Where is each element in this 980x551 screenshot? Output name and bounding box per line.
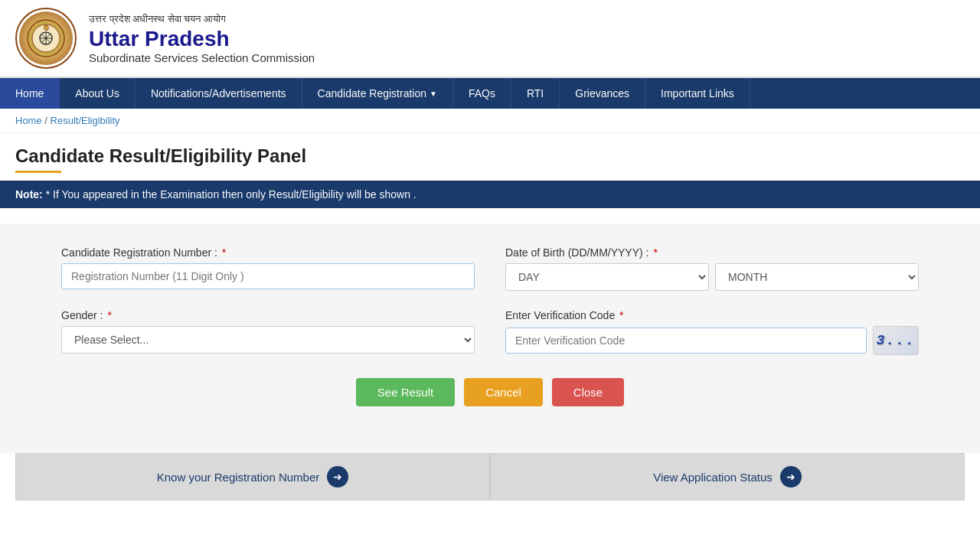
cancel-button[interactable]: Cancel	[464, 378, 543, 406]
dob-group: Date of Birth (DD/MM/YYYY) : * DAY 01020…	[505, 246, 919, 291]
view-status-label: View Application Status	[653, 471, 773, 484]
nav-home[interactable]: Home	[0, 78, 60, 109]
header-hindi: उत्तर प्रदेश अधीनस्थ सेवा चयन आयोग	[89, 13, 315, 25]
bottom-links-row: Know your Registration Number ➜ View App…	[0, 453, 980, 516]
header-text-block: उत्तर प्रदेश अधीनस्थ सेवा चयन आयोग Uttar…	[89, 13, 315, 64]
gender-select[interactable]: Please Select... Male Female Other	[61, 326, 475, 354]
nav-candidate-registration[interactable]: Candidate Registration ▼	[302, 78, 453, 109]
know-registration-label: Know your Registration Number	[157, 471, 320, 484]
svg-point-3	[44, 37, 47, 40]
nav-about-us[interactable]: About Us	[60, 78, 136, 109]
header-subtitle: Subordinate Services Selection Commissio…	[89, 51, 315, 64]
header: 🦁 उत्तर प्रदेश अधीनस्थ सेवा चयन आयोग Utt…	[0, 0, 980, 78]
dob-row: DAY 0102030405 0607080910 1112131415 161…	[505, 263, 919, 291]
verification-code-input[interactable]	[505, 328, 867, 354]
gender-group: Gender : * Please Select... Male Female …	[61, 309, 475, 355]
gender-label: Gender : *	[61, 309, 475, 321]
see-result-button[interactable]: See Result	[356, 378, 455, 406]
nav-rti[interactable]: RTI	[511, 78, 560, 109]
verification-code-label: Enter Verification Code *	[505, 309, 919, 321]
registration-number-group: Candidate Registration Number : *	[61, 246, 475, 291]
dob-label: Date of Birth (DD/MM/YYYY) : *	[505, 246, 919, 259]
page-title: Candidate Result/Eligibility Panel	[15, 145, 965, 167]
dob-day-select[interactable]: DAY 0102030405 0607080910 1112131415 161…	[505, 263, 709, 291]
breadcrumb: Home / Result/Eligibility	[0, 109, 980, 133]
logo: 🦁	[15, 8, 77, 69]
arrow-right-icon-2: ➜	[780, 466, 802, 487]
note-prefix: Note:	[15, 188, 43, 201]
nav-notifications[interactable]: Notifications/Advertisements	[136, 78, 302, 109]
form-grid: Candidate Registration Number : * Date o…	[31, 246, 949, 355]
registration-number-input[interactable]	[61, 263, 475, 289]
know-registration-button[interactable]: Know your Registration Number ➜	[15, 453, 490, 500]
registration-number-label: Candidate Registration Number : *	[61, 246, 475, 259]
note-text: * If You appeared in the Examination the…	[43, 188, 416, 201]
arrow-right-icon: ➜	[327, 466, 348, 487]
page-title-section: Candidate Result/Eligibility Panel	[0, 133, 980, 181]
required-marker: *	[222, 246, 226, 259]
logo-emblem: 🦁	[19, 11, 73, 65]
navbar: Home About Us Notifications/Advertisemen…	[0, 78, 980, 109]
dob-required-marker: *	[653, 246, 657, 259]
title-underline	[15, 171, 61, 173]
breadcrumb-current: Result/Eligibility	[51, 115, 120, 126]
close-button[interactable]: Close	[552, 378, 624, 406]
verification-required-marker: *	[619, 309, 623, 321]
note-bar: Note: * If You appeared in the Examinati…	[0, 181, 980, 208]
nav-important-links[interactable]: Important Links	[645, 78, 750, 109]
breadcrumb-home[interactable]: Home	[15, 115, 42, 126]
nav-faqs[interactable]: FAQs	[453, 78, 511, 109]
captcha-image: 3...	[873, 326, 919, 355]
buttons-row: See Result Cancel Close	[15, 378, 965, 406]
nav-grievances[interactable]: Grievances	[560, 78, 645, 109]
gender-required-marker: *	[107, 309, 111, 321]
breadcrumb-separator: /	[44, 115, 47, 126]
verification-code-group: Enter Verification Code * 3...	[505, 309, 919, 355]
chevron-down-icon: ▼	[430, 90, 437, 98]
header-title: Uttar Pradesh	[89, 27, 315, 51]
dob-month-select[interactable]: MONTH 0102030405 0607080910 1112	[715, 263, 919, 291]
verification-row: 3...	[505, 326, 919, 355]
view-application-status-button[interactable]: View Application Status ➜	[490, 453, 965, 500]
svg-text:🦁: 🦁	[43, 24, 50, 31]
form-area: Candidate Registration Number : * Date o…	[0, 223, 980, 453]
